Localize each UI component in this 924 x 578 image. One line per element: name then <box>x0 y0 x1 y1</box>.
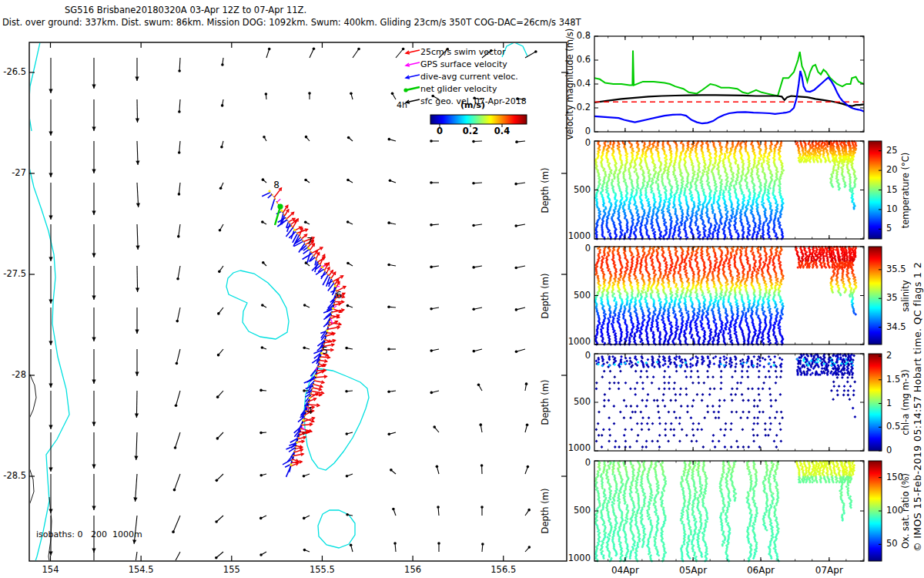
track-surfacing-dot <box>314 379 316 381</box>
track-surfacing-dot <box>290 463 292 465</box>
geo-velocity-arrowhead <box>303 304 306 307</box>
geo-velocity-arrowhead <box>134 456 138 460</box>
track-surfacing-dot <box>311 388 313 390</box>
geo-velocity-arrowhead <box>133 497 137 502</box>
geo-velocity-arrowhead <box>178 110 181 113</box>
geo-velocity-arrowhead <box>49 552 52 556</box>
geo-velocity-arrowhead <box>175 404 178 407</box>
geo-velocity-arrowhead <box>346 262 350 265</box>
track-surfacing-dot <box>318 263 320 264</box>
track-surfacing-dot <box>302 419 304 422</box>
track-surfacing-dot <box>334 298 336 300</box>
geo-velocity-arrowhead <box>305 136 308 139</box>
isobath-contour-cyan <box>226 271 289 339</box>
track-surfacing-dot <box>296 233 298 234</box>
geo-velocity-arrowhead <box>136 203 140 207</box>
geo-velocity-arrowhead <box>387 305 390 308</box>
geo-velocity-arrowhead <box>49 509 52 513</box>
track-surfacing-dot <box>291 459 293 461</box>
geo-velocity-arrowhead <box>49 468 52 472</box>
geo-velocity-arrowhead <box>389 179 392 182</box>
geo-velocity-arrowhead <box>437 542 440 545</box>
isobath-contour-black <box>29 373 36 418</box>
geo-velocity-arrowhead <box>49 341 52 345</box>
geo-velocity-arrowhead <box>221 63 224 66</box>
geo-velocity-arrow <box>173 516 180 532</box>
geo-velocity-arrow <box>176 349 180 363</box>
geo-velocity-arrowhead <box>431 95 434 98</box>
geo-velocity-arrowhead <box>388 433 391 436</box>
geo-velocity-arrow <box>179 141 180 153</box>
geo-velocity-arrowhead <box>479 423 482 426</box>
track-surfacing-dot <box>333 303 335 304</box>
figure-graphics <box>0 0 924 578</box>
geo-velocity-arrowhead <box>472 307 475 311</box>
geo-velocity-arrowhead <box>387 264 390 267</box>
track-surfacing-dot <box>293 455 294 456</box>
swim-vector-arrow <box>274 188 281 197</box>
geo-velocity-arrowhead <box>178 193 181 196</box>
dive-avg-current-arrow <box>328 283 334 291</box>
track-surfacing-dot <box>319 361 320 363</box>
track-surfacing-dot <box>310 392 312 394</box>
track-surfacing-dot <box>313 384 314 385</box>
geo-velocity-arrowhead <box>514 224 517 227</box>
geo-velocity-arrowhead <box>49 384 52 388</box>
geo-velocity-arrowhead <box>92 380 95 384</box>
geo-velocity-arrowhead <box>357 48 360 51</box>
geo-velocity-arrow <box>396 49 403 58</box>
geo-velocity-arrowhead <box>262 261 265 264</box>
geo-velocity-arrowhead <box>135 372 139 376</box>
dive-avg-current-arrow <box>303 254 313 260</box>
geo-velocity-arrow <box>174 474 180 490</box>
net-glider-velocity-vector <box>275 207 280 225</box>
track-surfacing-dot <box>335 290 336 291</box>
geo-velocity-arrowhead <box>490 49 493 52</box>
geo-velocity-arrowhead <box>92 465 95 469</box>
geo-velocity-arrowhead <box>218 271 221 274</box>
geo-velocity-arrowhead <box>303 346 306 349</box>
geo-velocity-arrowhead <box>174 446 177 449</box>
track-surfacing-dot <box>320 357 321 358</box>
gps-velocity-tick <box>277 199 280 202</box>
geo-velocity-arrowhead <box>178 151 181 154</box>
geo-velocity-arrowhead <box>393 542 397 545</box>
track-surfacing-dot <box>268 190 270 192</box>
isobath-contour-cyan <box>502 42 527 57</box>
track-surfacing-dot <box>309 397 311 399</box>
track-surfacing-dot <box>307 247 310 250</box>
track-surfacing-dot <box>300 237 301 238</box>
geo-velocity-arrowhead <box>514 183 517 186</box>
geo-velocity-arrowhead <box>447 48 450 51</box>
track-surfacing-dot <box>306 406 308 408</box>
legend-colorbar <box>430 115 527 124</box>
geo-velocity-arrowhead <box>303 517 306 520</box>
geo-velocity-arrowhead <box>49 257 52 261</box>
glider-last-fix-marker <box>277 203 283 209</box>
geo-velocity-arrowhead <box>515 140 518 143</box>
geo-velocity-arrowhead <box>49 216 52 220</box>
geo-velocity-arrow <box>439 49 447 58</box>
geo-velocity-arrowhead <box>215 556 218 560</box>
geo-velocity-arrowhead <box>268 48 271 51</box>
geo-velocity-arrowhead <box>514 267 517 270</box>
geo-velocity-arrowhead <box>388 138 391 141</box>
geo-velocity-arrowhead <box>217 354 220 357</box>
track-surfacing-dot <box>325 334 326 336</box>
geo-velocity-arrowhead <box>473 96 476 99</box>
track-surfacing-dot <box>305 244 306 245</box>
geo-velocity-arrowhead <box>136 288 139 292</box>
geo-velocity-arrow <box>172 552 180 566</box>
geo-velocity-arrowhead <box>303 475 306 478</box>
legend-sample-arrowhead <box>403 88 407 92</box>
geo-velocity-arrowhead <box>136 246 139 250</box>
geo-velocity-arrowhead <box>534 50 537 53</box>
geo-velocity-arrowhead <box>92 254 95 257</box>
geo-velocity-arrowhead <box>261 220 264 223</box>
geo-velocity-arrowhead <box>259 474 263 477</box>
geo-velocity-arrowhead <box>437 506 440 509</box>
track-surfacing-dot <box>301 424 303 425</box>
geo-velocity-arrowhead <box>345 432 348 435</box>
geo-velocity-arrowhead <box>261 304 264 307</box>
geo-velocity-arrowhead <box>472 182 475 185</box>
